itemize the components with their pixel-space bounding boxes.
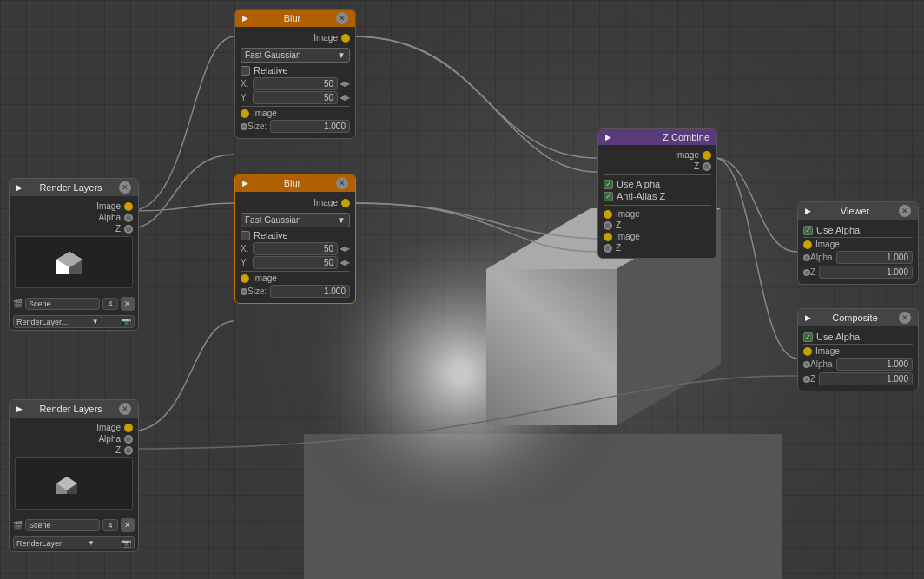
blur-2-size-input[interactable]: 1.000 <box>270 285 350 298</box>
zcombine-z-in2-socket[interactable] <box>604 244 612 253</box>
zcombine-z-out-socket[interactable] <box>703 162 711 171</box>
composite-node[interactable]: ▶ Composite ✕ Use Alpha Image Alpha 1.00… <box>797 308 919 391</box>
blur-1-close[interactable]: ✕ <box>336 12 348 24</box>
blur-1-relative-row: Relative <box>241 65 350 76</box>
viewer-z-socket[interactable] <box>803 269 810 276</box>
render-layers-1-collapse-icon[interactable]: ▶ <box>16 183 23 192</box>
zcombine-z-in2-label: Z <box>616 243 621 253</box>
viewer-use-alpha-label: Use Alpha <box>816 225 860 235</box>
z-combine-collapse[interactable]: ▶ <box>605 133 611 141</box>
blur-1-size-socket[interactable] <box>241 123 248 130</box>
zcombine-z-in1-socket[interactable] <box>604 221 612 230</box>
rl1-image-socket[interactable] <box>124 202 133 211</box>
composite-z-input[interactable]: 1.000 <box>819 372 913 385</box>
rl2-close-btn[interactable]: ✕ <box>121 518 135 532</box>
rl1-alpha-socket[interactable] <box>124 214 133 222</box>
blur-1-relative-checkbox[interactable] <box>241 66 250 76</box>
blur-1-relative-label: Relative <box>254 65 288 76</box>
viewer-alpha-row: Alpha 1.000 <box>803 251 913 264</box>
rl2-scene-num: 4 <box>102 519 118 531</box>
render-layers-node-2[interactable]: ▶ Render Layers ✕ Image Alpha Z 🎬 Scene … <box>9 399 139 552</box>
render-layers-2-close[interactable]: ✕ <box>119 403 131 415</box>
blur-2-y-arrows: ◀▶ <box>340 259 350 266</box>
composite-use-alpha-checkbox[interactable] <box>803 332 813 342</box>
viewer-collapse[interactable]: ▶ <box>805 207 811 215</box>
blur-2-collapse[interactable]: ▶ <box>242 179 248 188</box>
rl1-close-btn[interactable]: ✕ <box>121 297 135 311</box>
blur-1-size-input[interactable]: 1.000 <box>270 120 350 133</box>
composite-z-label: Z <box>810 374 815 384</box>
blur-2-relative-checkbox[interactable] <box>241 231 250 240</box>
viewer-use-alpha-checkbox[interactable] <box>803 226 813 235</box>
zcombine-image-in2-label: Image <box>616 232 640 241</box>
rl2-alpha-socket[interactable] <box>124 435 133 444</box>
blur-1-y-input[interactable]: 50 <box>253 91 338 104</box>
zcombine-z-out-row: Z <box>604 161 711 171</box>
blur-1-image-in-label: Image <box>253 109 277 118</box>
viewer-image-socket[interactable] <box>803 240 812 249</box>
rl1-render-icon[interactable]: 📷 <box>121 317 131 326</box>
blur-1-image-in-socket[interactable] <box>241 109 249 118</box>
viewer-close[interactable]: ✕ <box>899 205 911 217</box>
composite-close[interactable]: ✕ <box>899 312 911 324</box>
blur-2-image-out-label: Image <box>314 198 338 207</box>
zcombine-anti-alias-label: Anti-Alias Z <box>617 191 665 201</box>
rl2-render-icon[interactable]: 📷 <box>121 538 131 548</box>
rl1-z-socket[interactable] <box>124 225 133 234</box>
blur-2-filter-select[interactable]: Fast Gaussian ▼ <box>241 213 350 227</box>
z-combine-node[interactable]: ▶ Z Combine Image Z Use Alpha Anti-Alias… <box>597 128 717 259</box>
blur-2-image-in-socket[interactable] <box>241 274 249 283</box>
composite-collapse[interactable]: ▶ <box>805 313 811 322</box>
viewer-alpha-input[interactable]: 1.000 <box>836 251 913 264</box>
viewer-z-input[interactable]: 1.000 <box>819 266 913 279</box>
blur-1-y-label: Y: <box>241 93 253 102</box>
composite-use-alpha-label: Use Alpha <box>816 332 860 342</box>
blur-node-1[interactable]: ▶ Blur ✕ Image Fast Gaussian ▼ Relative … <box>234 9 356 139</box>
composite-image-row: Image <box>803 346 913 356</box>
blur-2-x-input[interactable]: 50 <box>253 242 338 255</box>
blur-node-2[interactable]: ▶ Blur ✕ Image Fast Gaussian ▼ Relative … <box>234 174 356 304</box>
render-layers-2-collapse-icon[interactable]: ▶ <box>16 405 23 413</box>
zcombine-image-in1-socket[interactable] <box>604 210 612 219</box>
rl1-scene-select[interactable]: Scene <box>25 298 100 310</box>
blur-1-filter-select[interactable]: Fast Gaussian ▼ <box>241 48 350 63</box>
composite-image-socket[interactable] <box>803 347 812 356</box>
zcombine-use-alpha-checkbox[interactable] <box>604 180 613 189</box>
viewer-alpha-socket[interactable] <box>803 254 810 261</box>
rl1-alpha-label: Alpha <box>98 213 121 222</box>
blur-2-size-socket[interactable] <box>241 288 248 295</box>
rl1-footer: 🎬 Scene 4 ✕ <box>10 294 138 313</box>
blur-1-image-out-socket[interactable] <box>341 34 350 43</box>
render-layers-1-close[interactable]: ✕ <box>119 181 131 194</box>
blur-1-image-out-label: Image <box>314 33 338 43</box>
rl1-layer-bar[interactable]: RenderLayer.... ▼ 📷 <box>13 315 135 328</box>
composite-z-socket[interactable] <box>803 376 810 383</box>
zcombine-image-out-socket[interactable] <box>703 151 711 160</box>
blur-2-title: Blur <box>284 178 301 188</box>
viewer-node[interactable]: ▶ Viewer ✕ Use Alpha Image Alpha 1.000 Z… <box>797 201 919 285</box>
composite-header: ▶ Composite ✕ <box>798 309 918 326</box>
rl2-scene-select[interactable]: Scene <box>25 519 100 531</box>
viewer-use-alpha-row: Use Alpha <box>803 225 913 235</box>
zcombine-z-in1-label: Z <box>616 220 621 230</box>
composite-alpha-input[interactable]: 1.000 <box>836 358 913 371</box>
zcombine-image-in2-socket[interactable] <box>604 233 612 241</box>
blur-2-close[interactable]: ✕ <box>336 177 348 189</box>
rl2-layer-bar[interactable]: RenderLayer ▼ 📷 <box>13 536 135 549</box>
blur-2-y-input[interactable]: 50 <box>253 256 338 269</box>
render-layers-node-1[interactable]: ▶ Render Layers ✕ Image Alpha Z 🎬 Scene … <box>9 178 139 331</box>
composite-alpha-socket[interactable] <box>803 361 810 368</box>
viewer-image-label: Image <box>815 240 840 249</box>
blur-2-x-arrows: ◀▶ <box>340 245 350 253</box>
rl2-image-socket[interactable] <box>124 424 133 432</box>
viewer-title: Viewer <box>841 206 869 216</box>
rl2-z-socket-row: Z <box>15 445 133 455</box>
blur-1-x-input[interactable]: 50 <box>253 77 338 90</box>
blur-1-collapse[interactable]: ▶ <box>242 14 248 23</box>
zcombine-anti-alias-checkbox[interactable] <box>604 192 613 201</box>
blur-2-x-label: X: <box>241 244 253 253</box>
zcombine-use-alpha-label: Use Alpha <box>617 179 660 189</box>
blur-2-image-out-socket[interactable] <box>341 199 350 207</box>
rl2-z-socket[interactable] <box>124 446 133 455</box>
rl1-layer-arrow: ▼ <box>92 318 99 326</box>
